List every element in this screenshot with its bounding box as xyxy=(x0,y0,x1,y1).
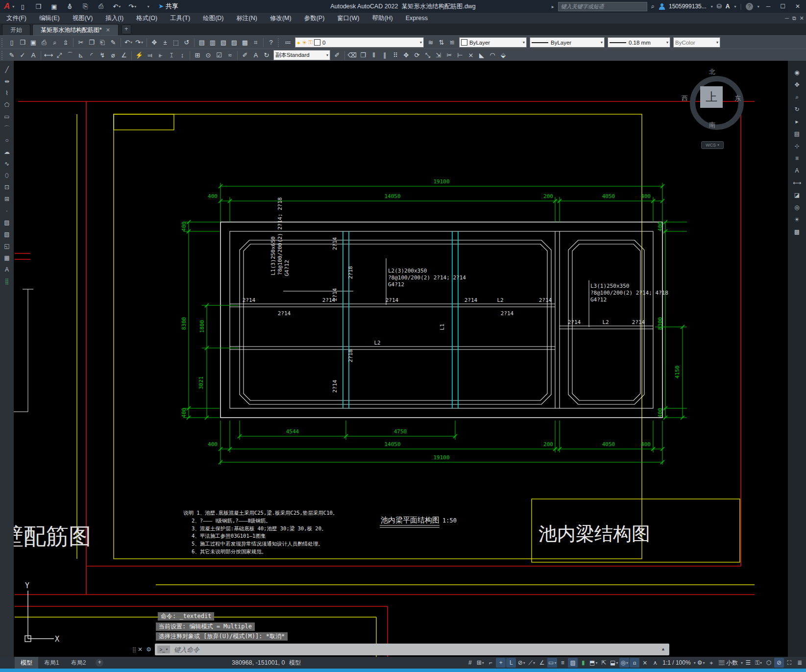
transparency-icon[interactable]: ▨ xyxy=(568,658,578,668)
create-block-icon[interactable]: ⊞ xyxy=(2,194,12,204)
menu-item-标注(N)[interactable]: 标注(N) xyxy=(230,13,264,24)
polar-tracking-icon[interactable]: ⊘▾ xyxy=(516,658,526,668)
center-mark-icon[interactable]: ⊙ xyxy=(203,50,214,60)
dim-jog-line-icon[interactable]: ≈ xyxy=(224,50,235,60)
lock-ui-dropdown-icon[interactable]: ▾ xyxy=(760,661,762,665)
redo-dropdown-icon[interactable]: ▾ xyxy=(141,40,143,45)
point-icon[interactable]: · xyxy=(2,206,12,216)
selection-cycling-icon[interactable]: ▮ xyxy=(578,658,588,668)
wcs-menu[interactable]: WCS▾ xyxy=(701,141,724,149)
spline-icon[interactable]: ∿ xyxy=(2,159,12,169)
share-button[interactable]: ➤ 共享 xyxy=(158,2,178,11)
dim-style-combo[interactable]: 副本Standard▾ xyxy=(273,50,330,60)
view-controls-icon[interactable]: ▤ xyxy=(792,129,802,139)
hardware-acceleration-icon[interactable]: ⊘ xyxy=(774,658,784,668)
explode-icon[interactable]: ⬙ xyxy=(498,50,509,60)
viewport-scale-button[interactable]: 1:1 / 100% xyxy=(660,659,692,666)
close-button[interactable]: ✕ xyxy=(792,3,803,10)
menu-item-工具(T)[interactable]: 工具(T) xyxy=(164,13,196,24)
qat-open-icon[interactable]: ❒ xyxy=(33,1,44,12)
rotate-icon[interactable]: ⟳ xyxy=(412,50,422,60)
3d-object-snap-dropdown-icon[interactable]: ▾ xyxy=(595,661,597,665)
qat-saveas-icon[interactable]: ⛢ xyxy=(64,1,75,12)
circle-icon[interactable]: ○ xyxy=(2,135,12,145)
command-close-icon[interactable]: ✕ xyxy=(138,646,143,653)
mirror-icon[interactable]: ⫴ xyxy=(368,50,379,60)
quick-dim-icon[interactable]: ⚡ xyxy=(134,50,145,60)
properties-palette-icon[interactable]: ▤ xyxy=(196,37,207,48)
account-id[interactable]: 1505999135... xyxy=(669,3,707,10)
dynamic-ucs-icon[interactable]: ⇱ xyxy=(599,658,609,668)
edit-text-icon[interactable]: ✎ xyxy=(6,50,17,60)
navigation-wheel-icon[interactable]: ◉ xyxy=(792,68,802,77)
polygon-icon[interactable]: ⬠ xyxy=(2,100,12,110)
text-style-icon[interactable]: A xyxy=(28,50,39,60)
object-snap-tracking-icon[interactable]: ∠ xyxy=(537,658,547,668)
compass-north[interactable]: 北 xyxy=(709,68,715,76)
compass-east[interactable]: 东 xyxy=(734,94,741,103)
ortho-icon[interactable]: L xyxy=(506,658,516,668)
construction-line-icon[interactable]: ⇹ xyxy=(2,76,12,86)
pan-hand-icon[interactable]: ✥ xyxy=(792,80,802,90)
cut-icon[interactable]: ✂ xyxy=(75,37,86,48)
table-icon[interactable]: ▦ xyxy=(2,253,12,263)
dimstyle-dropdown-icon[interactable]: ▾ xyxy=(324,53,328,57)
pan-icon[interactable]: ✥ xyxy=(149,37,160,48)
quick-properties-icon[interactable]: ☰ xyxy=(743,658,753,668)
qat-undo-icon[interactable]: ↶▾ xyxy=(111,1,122,12)
rectangle-icon[interactable]: ▭ xyxy=(2,112,12,122)
lineweight-display-icon[interactable]: ≡ xyxy=(558,658,567,668)
new-tab-button[interactable]: + xyxy=(122,25,131,34)
grid-icon[interactable]: # xyxy=(465,658,475,668)
undo-dropdown-icon[interactable]: ▾ xyxy=(130,40,132,45)
plot-icon[interactable]: ⎙ xyxy=(39,37,49,48)
paste-icon[interactable]: ⎗ xyxy=(97,37,108,48)
insert-block-icon[interactable]: ⊡ xyxy=(2,182,12,192)
trim-icon[interactable]: ✂ xyxy=(444,50,455,60)
units-dropdown-icon[interactable]: ▾ xyxy=(741,661,743,665)
dim-diameter-icon[interactable]: ⌀ xyxy=(108,50,119,60)
layer-states-icon[interactable]: ≋ xyxy=(425,37,436,48)
search-icon[interactable]: ⌕ xyxy=(651,2,655,10)
menu-item-文件(F)[interactable]: 文件(F) xyxy=(0,13,33,24)
measure-icon[interactable]: ⟷ xyxy=(792,178,802,188)
dim-update-icon[interactable]: ↻ xyxy=(261,50,272,60)
layer-walk-icon[interactable]: ≡ xyxy=(792,153,802,163)
isometric-drafting-icon[interactable]: ⟋▾ xyxy=(527,658,537,668)
annotation-visibility-icon[interactable]: ꭥ xyxy=(630,658,639,668)
menu-item-帮助(H)[interactable]: 帮助(H) xyxy=(366,13,399,24)
linetype-combo[interactable]: ByLayer▾ xyxy=(530,37,605,48)
qat-customize-icon[interactable]: ▾ xyxy=(143,1,153,12)
orbit-icon[interactable]: ↻ xyxy=(792,104,802,114)
object-isolate-icon[interactable]: ⬡ xyxy=(764,658,774,668)
layer-previous-icon[interactable]: ⇅ xyxy=(436,37,447,48)
offset-icon[interactable]: ∥ xyxy=(379,50,390,60)
copy-icon[interactable]: ❐ xyxy=(358,50,368,60)
tab-document[interactable]: 某矩形水池结构配筋图*✕ xyxy=(32,24,119,35)
qat-new-icon[interactable]: ▯ xyxy=(17,1,28,12)
flyout-arrow-icon[interactable]: ▸ xyxy=(552,4,554,9)
menu-item-参数(P)[interactable]: 参数(P) xyxy=(298,13,331,24)
command-tools-icon[interactable]: ⚙ xyxy=(146,646,151,653)
layer-sun-icon[interactable]: ☀ xyxy=(302,39,307,46)
zoom-previous-icon[interactable]: ↺ xyxy=(181,37,192,48)
snap-mode-icon[interactable]: ⊞▾ xyxy=(475,658,485,668)
section-icon[interactable]: ◪ xyxy=(792,190,802,200)
break-icon[interactable]: ⨯ xyxy=(465,50,476,60)
menu-item-编辑(E)[interactable]: 编辑(E) xyxy=(33,13,66,24)
dim-text-edit-icon[interactable]: A xyxy=(250,50,261,60)
layer-lock-icon[interactable]: ⚿ xyxy=(308,39,313,46)
dim-edit-icon[interactable]: ✐ xyxy=(240,50,250,60)
show-motion-icon[interactable]: ▸ xyxy=(792,117,802,126)
snap-mode-dropdown-icon[interactable]: ▾ xyxy=(482,661,484,665)
dim-baseline-icon[interactable]: ⫤ xyxy=(145,50,155,60)
undo-icon[interactable]: ↶▾ xyxy=(123,37,134,48)
dim-angular-icon[interactable]: ∠ xyxy=(119,50,129,60)
publish-icon[interactable]: ⇫ xyxy=(60,37,71,48)
new-icon[interactable]: ▯ xyxy=(6,37,17,48)
selection-filtering-dropdown-icon[interactable]: ▾ xyxy=(616,661,618,665)
help-icon[interactable]: ? xyxy=(266,37,276,48)
layer-properties-icon[interactable]: ▥ xyxy=(207,37,218,48)
model-space-button[interactable]: 模型 xyxy=(289,657,301,669)
match-properties-icon[interactable]: ✎ xyxy=(108,37,119,48)
